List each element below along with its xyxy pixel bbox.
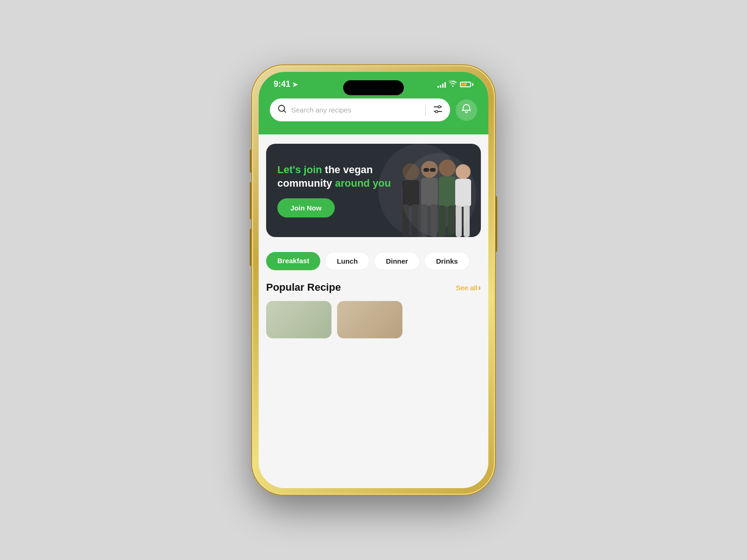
battery-icon: ⚡ (460, 82, 473, 87)
banner-section: Let's join the vegan community around yo… (259, 134, 488, 245)
recipe-card[interactable] (266, 301, 331, 338)
see-all-label: See all (456, 284, 477, 292)
app-header: 9:41 ➤ (259, 72, 488, 134)
svg-point-2 (438, 105, 441, 108)
wifi-icon (449, 80, 457, 88)
main-content: Let's join the vegan community around yo… (259, 134, 488, 488)
category-chip-breakfast[interactable]: Breakfast (266, 252, 320, 270)
banner-text-area: Let's join the vegan community around yo… (277, 163, 470, 217)
bar4 (444, 82, 446, 88)
location-arrow-icon: ➤ (292, 81, 298, 88)
popular-recipe-title: Popular Recipe (266, 281, 341, 294)
search-icon (277, 104, 287, 116)
phone-mockup: 9:41 ➤ (252, 65, 495, 495)
bell-icon (461, 104, 472, 116)
screen-content: 9:41 ➤ (259, 72, 488, 488)
banner-green-text-2: around you (335, 177, 391, 189)
filter-icon[interactable] (433, 105, 443, 115)
join-now-button[interactable]: Join Now (277, 198, 335, 217)
category-chip-drinks[interactable]: Drinks (424, 252, 470, 270)
search-row: Search any recipes (270, 98, 477, 121)
status-time: 9:41 ➤ (274, 79, 298, 89)
banner-white-text-1: the vegan (322, 164, 373, 175)
banner-green-text: Let's join (277, 164, 322, 175)
bar1 (437, 86, 439, 88)
see-all-button[interactable]: See all › (456, 283, 481, 293)
notification-button[interactable] (456, 99, 477, 121)
power-button (495, 196, 497, 252)
signal-strength-icon (437, 81, 446, 88)
recipe-cards-row (259, 297, 488, 348)
chevron-right-icon: › (478, 283, 481, 293)
category-chip-dinner[interactable]: Dinner (374, 252, 420, 270)
category-chip-lunch[interactable]: Lunch (325, 252, 369, 270)
banner-title: Let's join the vegan community around yo… (277, 163, 470, 190)
banner-card: Let's join the vegan community around yo… (266, 144, 481, 237)
svg-point-4 (436, 110, 438, 112)
bar3 (442, 84, 444, 88)
battery-tip (472, 83, 473, 86)
search-bar[interactable]: Search any recipes (270, 98, 450, 121)
recipe-card[interactable] (337, 301, 402, 338)
banner-white-text-2: community (277, 177, 335, 189)
battery-body: ⚡ (460, 82, 471, 87)
search-divider (425, 105, 426, 116)
status-bar: 9:41 ➤ (270, 72, 477, 95)
battery-bolt-icon: ⚡ (464, 83, 468, 86)
category-chips: Breakfast Lunch Dinner Drinks (259, 245, 488, 274)
popular-recipe-section: Popular Recipe See all › (259, 274, 488, 297)
phone-screen: 9:41 ➤ (259, 72, 488, 488)
search-placeholder-text: Search any recipes (291, 106, 418, 114)
dynamic-island (343, 80, 404, 95)
status-icons: ⚡ (437, 80, 473, 88)
bar2 (440, 85, 441, 88)
